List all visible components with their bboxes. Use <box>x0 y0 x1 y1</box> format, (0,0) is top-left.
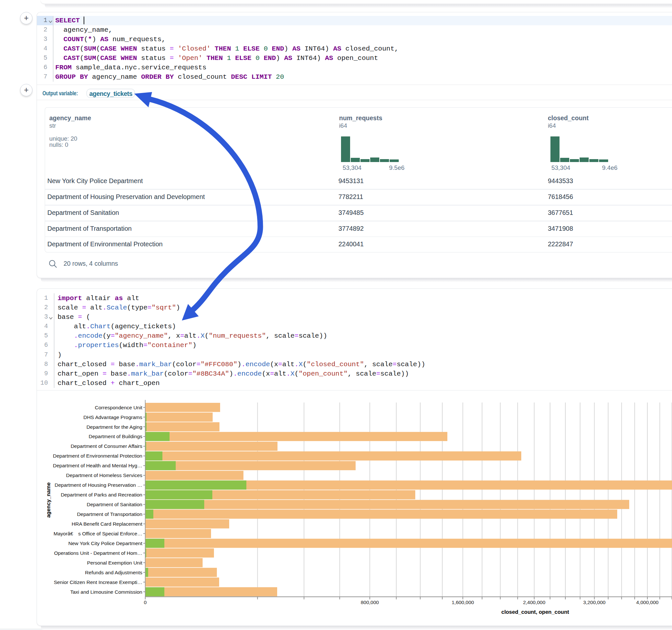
svg-text:Refunds and Adjustments: Refunds and Adjustments <box>85 570 142 575</box>
svg-text:Department of Sanitation: Department of Sanitation <box>87 502 142 507</box>
svg-text:3,200,000: 3,200,000 <box>583 600 605 605</box>
svg-text:Department of Housing Preserva: Department of Housing Preservation … <box>54 482 142 488</box>
svg-text:Operations Unit - Department o: Operations Unit - Department of Hom… <box>54 550 142 556</box>
svg-text:Department of Parks and Recrea: Department of Parks and Recreation <box>61 492 142 498</box>
svg-text:Department of Consumer Affairs: Department of Consumer Affairs <box>71 443 142 449</box>
svg-text:Department of Homeless Service: Department of Homeless Services <box>66 472 142 478</box>
svg-text:HRA Benefit Card Replacement: HRA Benefit Card Replacement <box>72 521 143 527</box>
svg-text:Department for the Aging: Department for the Aging <box>87 424 142 430</box>
svg-text:Taxi and Limousine Commission: Taxi and Limousine Commission <box>70 589 142 595</box>
svg-text:Department of Transportation: Department of Transportation <box>77 511 142 517</box>
svg-text:2,400,000: 2,400,000 <box>523 600 545 605</box>
svg-text:Personal Exemption Unit: Personal Exemption Unit <box>87 560 142 565</box>
svg-text:DHS Advantage Programs: DHS Advantage Programs <box>83 414 142 420</box>
svg-text:agency_name: agency_name <box>45 482 51 517</box>
svg-text:closed_count, open_count: closed_count, open_count <box>501 609 569 615</box>
svg-text:Department of Buildings: Department of Buildings <box>89 434 143 439</box>
svg-text:4,000,000: 4,000,000 <box>637 600 659 605</box>
svg-text:New York City Police Departmen: New York City Police Department <box>68 540 143 546</box>
svg-text:0: 0 <box>144 600 147 605</box>
svg-text:Mayorâ€ s Office of Special En: Mayorâ€ s Office of Special Enforce… <box>53 531 142 536</box>
svg-text:Department of Environmental Pr: Department of Environmental Protection <box>53 453 142 459</box>
svg-text:800,000: 800,000 <box>361 600 379 605</box>
svg-text:Department of Health and Menta: Department of Health and Mental Hyg… <box>53 463 142 468</box>
svg-text:1,600,000: 1,600,000 <box>452 600 474 605</box>
svg-text:Senior Citizen Rent Increase E: Senior Citizen Rent Increase Exempti… <box>54 579 142 585</box>
svg-text:Correspondence Unit: Correspondence Unit <box>95 405 143 410</box>
